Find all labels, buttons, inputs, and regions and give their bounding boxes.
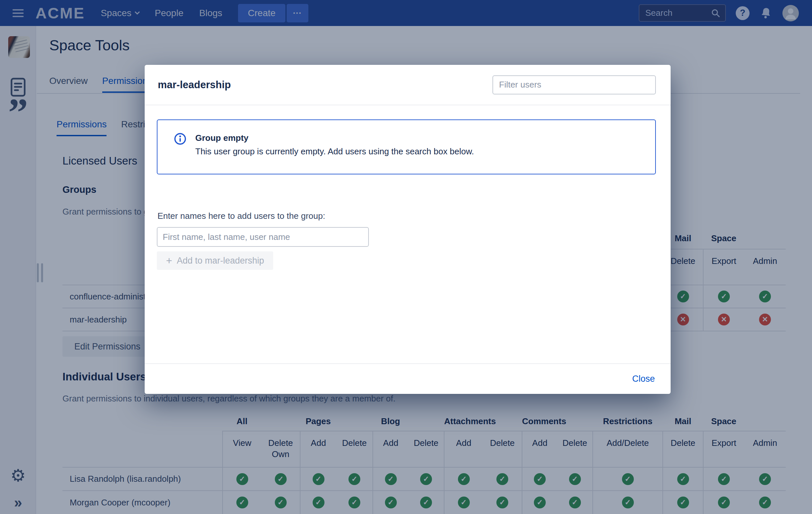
user-name-input[interactable]	[157, 227, 369, 247]
info-icon	[174, 133, 186, 145]
dialog-footer: Close	[145, 363, 671, 394]
group-members-dialog: mar-leadership Group empty This user gro…	[145, 65, 671, 394]
dialog-title: mar-leadership	[158, 79, 231, 91]
add-to-group-button[interactable]: + Add to mar-leadership	[157, 251, 273, 270]
dialog-header: mar-leadership	[145, 65, 671, 105]
info-title: Group empty	[195, 131, 474, 145]
info-body: This user group is currently empty. Add …	[195, 145, 474, 158]
filter-users-input[interactable]	[492, 75, 656, 94]
add-users-label: Enter names here to add users to the gro…	[157, 211, 325, 221]
add-to-group-label: Add to mar-leadership	[177, 256, 264, 266]
plus-icon: +	[166, 255, 172, 266]
group-empty-info-message: Group empty This user group is currently…	[157, 119, 656, 174]
close-dialog-link[interactable]: Close	[632, 374, 655, 384]
